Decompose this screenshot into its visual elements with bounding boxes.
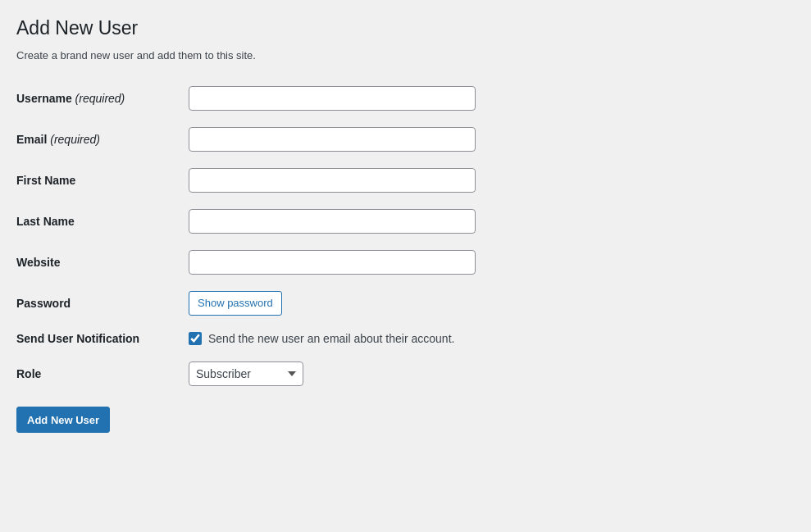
notification-label: Send User Notification — [16, 332, 189, 345]
last-name-input[interactable] — [189, 209, 476, 234]
website-label: Website — [16, 256, 189, 269]
page-title: Add New User — [16, 16, 795, 41]
username-input[interactable] — [189, 86, 476, 111]
email-label: Email (required) — [16, 133, 189, 146]
website-input[interactable] — [189, 250, 476, 275]
first-name-row: First Name — [16, 160, 590, 201]
email-row: Email (required) — [16, 119, 590, 160]
add-new-user-button[interactable]: Add New User — [16, 407, 110, 433]
password-row: Password Show password — [16, 283, 590, 324]
notification-content: Send the new user an email about their a… — [189, 332, 454, 345]
username-row: Username (required) — [16, 78, 590, 119]
first-name-input[interactable] — [189, 168, 476, 193]
notification-checkbox[interactable] — [189, 332, 202, 345]
first-name-label: First Name — [16, 174, 189, 187]
last-name-label: Last Name — [16, 215, 189, 228]
last-name-row: Last Name — [16, 201, 590, 242]
role-label: Role — [16, 367, 189, 380]
username-label: Username (required) — [16, 92, 189, 105]
notification-row: Send User Notification Send the new user… — [16, 324, 590, 353]
submit-row: Add New User — [16, 394, 590, 433]
notification-text: Send the new user an email about their a… — [208, 332, 454, 345]
page-subtitle: Create a brand new user and add them to … — [16, 49, 795, 61]
password-label: Password — [16, 297, 189, 310]
website-row: Website — [16, 242, 590, 283]
role-select[interactable]: Subscriber Contributor Author Editor Adm… — [189, 361, 303, 386]
email-input[interactable] — [189, 127, 476, 152]
role-row: Role Subscriber Contributor Author Edito… — [16, 353, 590, 394]
add-user-form: Username (required) Email (required) Fir… — [16, 78, 590, 433]
show-password-button[interactable]: Show password — [189, 291, 282, 316]
